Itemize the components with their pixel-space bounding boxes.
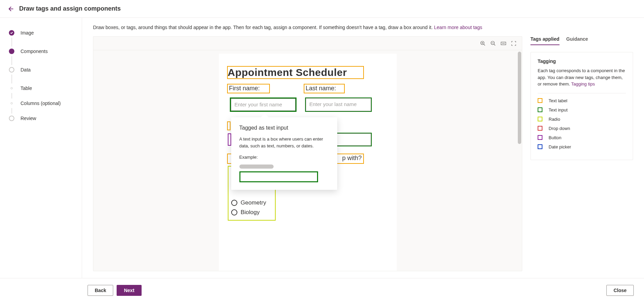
wizard-connector bbox=[12, 108, 12, 114]
legend-swatch bbox=[538, 107, 542, 112]
step-marker-pending bbox=[9, 67, 14, 73]
wizard-connector bbox=[12, 75, 12, 83]
tag-input-right[interactable] bbox=[335, 133, 372, 146]
wizard-step-table[interactable]: Table bbox=[7, 83, 75, 93]
wizard-connector bbox=[12, 38, 12, 47]
tooltip-description: A text input is a box where users can en… bbox=[239, 136, 329, 149]
back-button[interactable]: Back bbox=[88, 285, 113, 296]
tooltip-title: Tagged as text input bbox=[239, 125, 329, 131]
tooltip-example-placeholder bbox=[239, 165, 274, 169]
wizard-step-data[interactable]: Data bbox=[7, 65, 75, 75]
scrollbar-thumb[interactable] bbox=[518, 52, 521, 144]
right-panel: Tags applied Guidance Tagging Each tag c… bbox=[530, 36, 633, 271]
radio-circle-icon bbox=[231, 200, 237, 206]
legend-swatch bbox=[538, 126, 542, 131]
step-marker-sub bbox=[11, 87, 13, 89]
main-area: Draw boxes, or tags, around things that … bbox=[82, 18, 644, 278]
tab-guidance[interactable]: Guidance bbox=[566, 36, 588, 45]
legend-swatch bbox=[538, 117, 542, 121]
canvas-toolbar bbox=[93, 37, 522, 50]
form-preview[interactable]: Appointment Scheduler First name: Last n… bbox=[219, 54, 397, 271]
tag-last-name-input[interactable]: Enter your last name bbox=[305, 97, 372, 112]
fit-screen-icon[interactable] bbox=[511, 41, 516, 46]
page-header: Draw tags and assign components bbox=[0, 0, 644, 18]
tagging-tips-link[interactable]: Tagging tips bbox=[571, 81, 595, 87]
legend-radio: Radio bbox=[538, 117, 626, 122]
wizard-step-columns[interactable]: Columns (optional) bbox=[7, 99, 75, 108]
wizard-sidebar: Image Components Data Table Columns (opt… bbox=[0, 18, 82, 278]
canvas-scroll[interactable]: Appointment Scheduler First name: Last n… bbox=[93, 50, 522, 271]
wizard-connector bbox=[12, 93, 12, 99]
back-arrow-icon[interactable] bbox=[7, 5, 14, 12]
legend-date-picker: Date picker bbox=[538, 144, 626, 149]
zoom-out-icon[interactable] bbox=[490, 41, 496, 46]
canvas-container: Appointment Scheduler First name: Last n… bbox=[93, 36, 522, 271]
tagging-heading: Tagging bbox=[538, 58, 626, 64]
panel-divider bbox=[538, 93, 626, 93]
legend-button: Button bbox=[538, 135, 626, 140]
wizard-step-components[interactable]: Components bbox=[7, 47, 75, 56]
tab-tags-applied[interactable]: Tags applied bbox=[530, 36, 560, 45]
tooltip-text-input: Tagged as text input A text input is a b… bbox=[231, 117, 337, 190]
close-button[interactable]: Close bbox=[606, 285, 634, 296]
footer: Back Next Close bbox=[0, 278, 644, 302]
radio-geometry: Geometry bbox=[231, 199, 272, 206]
radio-biology: Biology bbox=[231, 209, 272, 216]
legend-swatch bbox=[538, 135, 542, 140]
tag-label-peek[interactable] bbox=[227, 121, 231, 130]
zoom-in-icon[interactable] bbox=[480, 41, 486, 46]
radio-circle-icon bbox=[231, 209, 237, 215]
legend-dropdown: Drop down bbox=[538, 126, 626, 131]
panel-tabs: Tags applied Guidance bbox=[530, 36, 633, 45]
instruction-text: Draw boxes, or tags, around things that … bbox=[93, 25, 633, 30]
wizard-connector bbox=[12, 56, 12, 65]
legend-text-input: Text input bbox=[538, 107, 626, 113]
page-title: Draw tags and assign components bbox=[19, 5, 121, 12]
tag-last-name-label[interactable]: Last name: bbox=[304, 84, 345, 93]
tagging-body: Each tag corresponds to a component in t… bbox=[538, 67, 626, 88]
tag-heading[interactable]: Appointment Scheduler bbox=[227, 66, 364, 79]
tooltip-example-label: Example: bbox=[239, 155, 329, 160]
learn-more-link[interactable]: Learn more about tags bbox=[434, 25, 482, 30]
fit-width-icon[interactable] bbox=[501, 41, 506, 46]
wizard-step-review[interactable]: Review bbox=[7, 114, 75, 123]
tag-first-name-label[interactable]: First name: bbox=[227, 84, 270, 93]
tooltip-example-input bbox=[239, 171, 318, 182]
next-button[interactable]: Next bbox=[117, 285, 141, 296]
tag-first-name-input[interactable]: Enter your first name bbox=[230, 97, 297, 112]
check-icon bbox=[9, 30, 14, 36]
step-marker-sub bbox=[11, 102, 13, 104]
legend-swatch bbox=[538, 98, 542, 103]
tag-button-peek[interactable] bbox=[228, 133, 231, 146]
legend-swatch bbox=[538, 144, 542, 149]
tagging-card: Tagging Each tag corresponds to a compon… bbox=[530, 52, 633, 160]
legend-text-label: Text label bbox=[538, 98, 626, 103]
step-marker-pending bbox=[9, 116, 14, 121]
wizard-step-image[interactable]: Image bbox=[7, 28, 75, 38]
step-marker-current bbox=[9, 49, 14, 54]
